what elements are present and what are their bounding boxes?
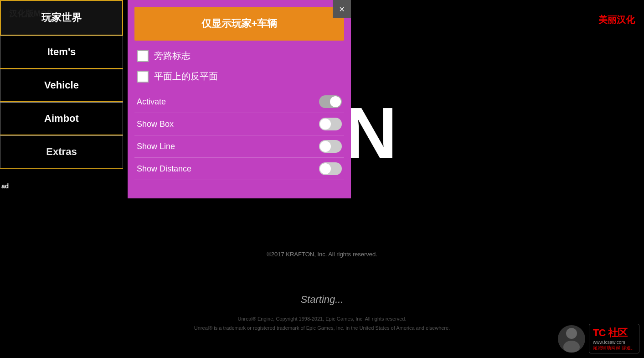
- avatar-figure-icon: [560, 325, 583, 353]
- show-players-vehicles-button[interactable]: 仅显示玩家+车辆: [134, 7, 344, 41]
- checkbox-row-plane: 平面上的反平面: [134, 70, 344, 83]
- checkbox-plane-label: 平面上的反平面: [154, 70, 218, 83]
- main-panel: × 仅显示玩家+车辆 旁路标志 平面上的反平面 Activate Show Bo…: [128, 0, 351, 198]
- watermark-tc-label: TC 社区: [593, 327, 627, 338]
- toggle-row-showdistance: Show Distance: [134, 158, 344, 180]
- toggle-activate-switch[interactable]: [319, 95, 342, 108]
- sidebar-item-vehicle[interactable]: Vehicle: [0, 69, 123, 102]
- toggle-row-showline: Show Line: [134, 135, 344, 158]
- toggle-row-showbox: Show Box: [134, 113, 344, 135]
- watermark-avatar: [558, 325, 585, 353]
- close-button[interactable]: ×: [333, 0, 351, 18]
- toggle-showbox-switch[interactable]: [319, 118, 342, 130]
- checkbox-bypass-label: 旁路标志: [154, 50, 191, 62]
- checkbox-row-bypass: 旁路标志: [134, 50, 344, 62]
- unreal-text-1: Unreal® Engine, Copyright 1998-2021, Epi…: [237, 316, 406, 322]
- left-edge-label: ad: [0, 180, 10, 192]
- toggle-showbox-label: Show Box: [137, 119, 174, 129]
- toggle-showbox-knob: [320, 119, 331, 130]
- checkbox-bypass[interactable]: [137, 50, 149, 62]
- unreal-text-2: Unreal® is a trademark or registered tra…: [194, 325, 450, 331]
- watermark-sub: 尾城辅助网@ 辞途。: [593, 345, 635, 351]
- sidebar-item-items[interactable]: Item's: [0, 36, 123, 69]
- top-right-brand: 美丽汉化: [598, 14, 635, 26]
- copyright-text: ©2017 KRAFTON, Inc. All rights reserved.: [267, 251, 377, 258]
- toggle-activate-knob: [330, 96, 341, 107]
- checkbox-plane[interactable]: [137, 71, 149, 83]
- toggle-showline-switch[interactable]: [319, 140, 342, 153]
- toggle-activate-label: Activate: [137, 97, 166, 107]
- sidebar-item-player-world[interactable]: 玩家世界: [0, 0, 123, 36]
- toggle-showdistance-label: Show Distance: [137, 164, 191, 174]
- sidebar: 玩家世界 Item's Vehicle Aimbot Extras: [0, 0, 128, 169]
- watermark-logo-box: TC 社区 www.tcsaw.com 尾城辅助网@ 辞途。: [589, 324, 639, 353]
- svg-point-1: [563, 341, 580, 353]
- watermark: TC 社区 www.tcsaw.com 尾城辅助网@ 辞途。: [558, 324, 639, 353]
- toggle-showdistance-knob: [320, 163, 331, 174]
- toggle-row-activate: Activate: [134, 91, 344, 113]
- toggle-showline-label: Show Line: [137, 142, 175, 151]
- toggle-showdistance-switch[interactable]: [319, 162, 342, 175]
- watermark-site: www.tcsaw.com: [593, 340, 635, 345]
- starting-text: Starting...: [300, 294, 343, 306]
- svg-point-0: [566, 328, 577, 339]
- close-icon: ×: [339, 4, 345, 15]
- toggle-showline-knob: [320, 141, 331, 152]
- sidebar-item-extras[interactable]: Extras: [0, 135, 123, 169]
- sidebar-item-aimbot[interactable]: Aimbot: [0, 102, 123, 135]
